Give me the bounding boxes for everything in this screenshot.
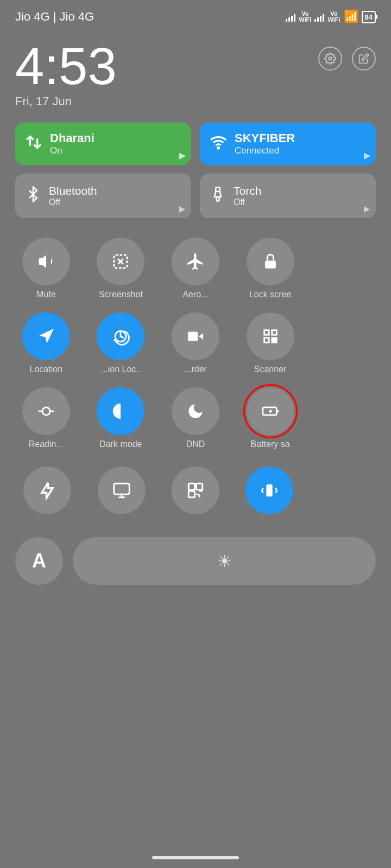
wifi-card-arrow: ▶ xyxy=(364,150,370,161)
font-circle: A xyxy=(15,537,63,585)
font-label: A xyxy=(32,550,46,572)
battery-saver-label: Battery sa xyxy=(251,439,290,449)
svg-rect-13 xyxy=(272,330,276,335)
torch-subtitle: Off xyxy=(234,197,261,207)
aeroplane-circle xyxy=(172,238,219,285)
mobile-data-icon xyxy=(25,133,42,155)
svg-point-1 xyxy=(218,147,219,149)
big-toggles-row: Bluetooth Off ▶ Torch Off ▶ xyxy=(0,174,391,227)
home-indicator[interactable] xyxy=(152,856,239,859)
torch-icon xyxy=(210,186,226,206)
bluetooth-arrow: ▶ xyxy=(179,204,186,214)
rotation-label: ...ion Loc.. xyxy=(100,365,141,374)
clock-left: 4:53 Fri, 17 Jun xyxy=(15,40,117,108)
battery-indicator: 84 xyxy=(362,11,376,23)
torch-title: Torch xyxy=(234,184,261,197)
mobile-data-arrow: ▶ xyxy=(179,150,186,161)
scanner-circle xyxy=(247,312,294,360)
darkmode-circle xyxy=(97,387,144,435)
svg-marker-8 xyxy=(39,329,54,343)
mobile-data-subtitle: On xyxy=(50,145,181,156)
cast-item[interactable] xyxy=(89,460,153,521)
lockscreen-label: Lock scree xyxy=(249,290,291,299)
mobile-data-text: Dharani On xyxy=(50,131,181,156)
brightness-row: A ☀ xyxy=(0,526,391,608)
torch-toggle[interactable]: Torch Off ▶ xyxy=(200,174,376,218)
rotation-circle xyxy=(97,312,144,360)
scanner-label: Scanner xyxy=(254,365,287,374)
icon-grid-row3: Readin... Dark mode DND xyxy=(0,381,391,456)
brightness-icon: ☀ xyxy=(217,552,232,571)
location-label: Location xyxy=(30,365,63,374)
edit-icon-btn[interactable] xyxy=(352,47,376,71)
font-item[interactable]: A xyxy=(15,531,63,591)
bluetooth-title: Bluetooth xyxy=(49,184,97,197)
reading-item[interactable]: Readin... xyxy=(9,381,84,456)
battery-saver-item[interactable]: Battery sa xyxy=(233,381,308,456)
wifi-card-icon xyxy=(210,133,227,155)
bluetooth-toggle[interactable]: Bluetooth Off ▶ xyxy=(15,174,191,218)
svg-rect-7 xyxy=(265,261,276,269)
svg-rect-28 xyxy=(188,491,194,497)
svg-rect-2 xyxy=(216,187,220,192)
location-circle xyxy=(22,312,70,360)
dnd-label: DND xyxy=(186,439,205,449)
wifi-card-title: SKYFIBER xyxy=(235,131,366,145)
svg-rect-27 xyxy=(196,483,202,489)
battery-saver-circle xyxy=(247,387,294,435)
svg-rect-23 xyxy=(113,483,129,494)
status-icons: Vo WiFi Vo WiFi 📶 84 xyxy=(286,10,376,24)
reading-label: Readin... xyxy=(29,439,64,449)
bluetooth-text: Bluetooth Off xyxy=(49,184,97,207)
svg-point-0 xyxy=(329,57,332,60)
status-bar: Jio 4G | Jio 4G Vo WiFi Vo WiFi 📶 84 xyxy=(0,0,391,29)
reading-circle xyxy=(22,387,70,435)
aeroplane-item[interactable]: Aero... xyxy=(158,231,233,306)
recorder-label: ...rder xyxy=(184,365,207,374)
bottom-icon-row xyxy=(0,456,391,526)
location-item[interactable]: Location xyxy=(9,306,84,381)
vibrate-item[interactable] xyxy=(237,460,301,521)
svg-rect-10 xyxy=(188,332,198,341)
svg-marker-11 xyxy=(199,333,204,339)
power-saving-circle xyxy=(23,467,71,514)
wifi-card-text: SKYFIBER Connected xyxy=(235,131,366,156)
link-item[interactable] xyxy=(163,460,228,521)
link-circle xyxy=(172,467,219,514)
darkmode-item[interactable]: Dark mode xyxy=(84,381,159,456)
vo-wifi-1: Vo WiFi xyxy=(299,11,311,23)
brightness-slider[interactable]: ☀ xyxy=(73,537,376,585)
scanner-item[interactable]: Scanner xyxy=(233,306,308,381)
dnd-circle xyxy=(172,387,219,435)
rotation-item[interactable]: ...ion Loc.. xyxy=(84,306,159,381)
torch-arrow: ▶ xyxy=(364,204,370,214)
mobile-data-card[interactable]: Dharani On ▶ xyxy=(15,123,191,165)
screenshot-circle xyxy=(97,238,144,285)
torch-text: Torch Off xyxy=(234,184,261,207)
signal-2 xyxy=(314,12,324,22)
wifi-icon: 📶 xyxy=(344,10,358,24)
battery-level: 84 xyxy=(365,13,373,21)
main-cards-row: Dharani On ▶ SKYFIBER Connected ▶ xyxy=(0,114,391,174)
screenshot-item[interactable]: Screenshot xyxy=(84,231,159,306)
carrier-text: Jio 4G | Jio 4G xyxy=(15,10,94,24)
svg-rect-14 xyxy=(264,338,269,343)
recorder-circle xyxy=(172,312,219,360)
settings-icon-btn[interactable] xyxy=(318,47,342,71)
dnd-item[interactable]: DND xyxy=(158,381,233,456)
svg-rect-26 xyxy=(188,483,194,489)
signal-1 xyxy=(286,12,295,22)
lockscreen-item[interactable]: Lock scree xyxy=(233,231,308,306)
screenshot-label: Screenshot xyxy=(99,290,143,299)
bluetooth-subtitle: Off xyxy=(49,197,97,207)
vibrate-circle xyxy=(245,467,293,514)
svg-rect-3 xyxy=(217,197,219,201)
power-saving-item[interactable] xyxy=(15,460,79,521)
mute-item[interactable]: Mute xyxy=(9,231,84,306)
wifi-card[interactable]: SKYFIBER Connected ▶ xyxy=(200,123,376,165)
wifi-card-subtitle: Connected xyxy=(235,145,366,156)
recorder-item[interactable]: ...rder xyxy=(158,306,233,381)
lockscreen-circle xyxy=(247,238,294,285)
icon-grid-row1: Mute Screenshot Aero... Lock scree xyxy=(0,227,391,306)
clock-time: 4:53 xyxy=(15,40,117,92)
